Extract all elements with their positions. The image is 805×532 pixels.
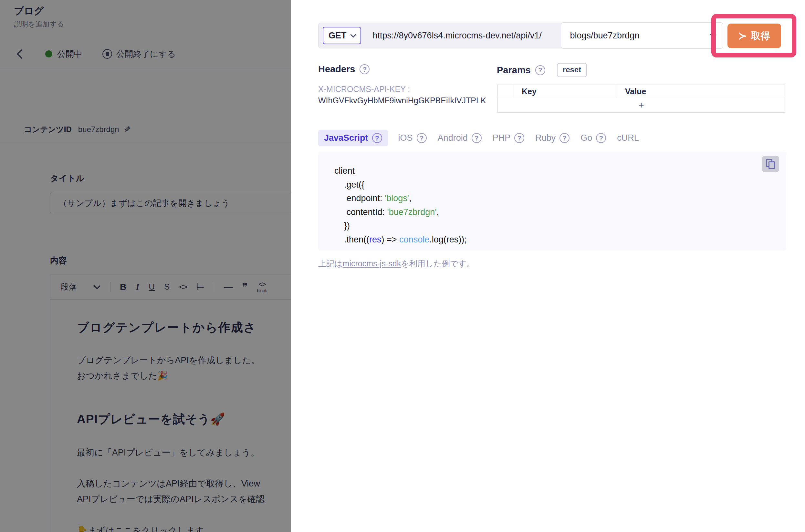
tab-go[interactable]: Go ? bbox=[580, 130, 607, 146]
sdk-link[interactable]: microcms-js-sdk bbox=[343, 259, 401, 268]
code-sample: client .get({ endpoint: 'blogs', content… bbox=[334, 164, 467, 246]
tab-ios[interactable]: iOS ? bbox=[398, 130, 427, 146]
content-editor-panel: ブログ 説明を追加する 公開中 公開終了にする コンテンツID bue7zbrd… bbox=[0, 0, 291, 532]
reset-params-button[interactable]: reset bbox=[557, 63, 587, 77]
help-icon[interactable]: ? bbox=[372, 133, 382, 143]
chevron-down-icon bbox=[350, 32, 356, 37]
tab-curl[interactable]: cURL bbox=[616, 130, 640, 146]
tab-android[interactable]: Android ? bbox=[437, 130, 482, 146]
send-icon: ≻ bbox=[738, 30, 747, 42]
sdk-note: 上記はmicrocms-js-sdkを利用した例です。 bbox=[318, 258, 475, 269]
params-value-column-header: Value bbox=[617, 85, 785, 98]
http-method-value: GET bbox=[329, 31, 347, 41]
modal-dim-overlay bbox=[0, 0, 291, 532]
help-icon[interactable]: ? bbox=[596, 133, 606, 143]
endpoint-path-value: blogs/bue7zbrdgn bbox=[570, 31, 640, 41]
help-icon[interactable]: ? bbox=[560, 133, 569, 143]
endpoint-select[interactable]: blogs/bue7zbrdgn bbox=[561, 22, 723, 49]
base-url-text: https://8y0v676ls4.microcms-dev.net/api/… bbox=[361, 31, 561, 41]
params-checkbox-column bbox=[498, 85, 514, 98]
tab-php[interactable]: PHP ? bbox=[492, 130, 525, 146]
help-icon[interactable]: ? bbox=[360, 64, 369, 74]
copy-code-button[interactable] bbox=[762, 156, 779, 172]
params-section-title: Params ? reset bbox=[497, 63, 587, 77]
help-icon[interactable]: ? bbox=[417, 133, 427, 143]
headers-section-title: Headers ? bbox=[318, 64, 369, 75]
api-key-header-value: WIhGVFkvGyHbMF9iwniHgGKPBEiIkIVJTPLK bbox=[318, 96, 486, 105]
help-icon[interactable]: ? bbox=[472, 133, 482, 143]
fetch-button[interactable]: ≻ 取得 bbox=[728, 23, 781, 48]
language-tabs: JavaScript ? iOS ? Android ? PHP ? Ruby … bbox=[318, 130, 640, 146]
fetch-button-label: 取得 bbox=[751, 30, 770, 43]
params-table-header: Key Value bbox=[498, 85, 785, 98]
code-sample-block: client .get({ endpoint: 'blogs', content… bbox=[318, 152, 786, 250]
params-key-column-header: Key bbox=[514, 85, 617, 98]
help-icon[interactable]: ? bbox=[514, 133, 524, 143]
tab-javascript[interactable]: JavaScript ? bbox=[318, 130, 388, 146]
api-preview-panel: GET https://8y0v676ls4.microcms-dev.net/… bbox=[291, 0, 805, 532]
params-table: Key Value + bbox=[497, 84, 785, 113]
add-param-button[interactable]: + bbox=[498, 98, 785, 112]
help-icon[interactable]: ? bbox=[535, 65, 545, 75]
http-method-select[interactable]: GET bbox=[323, 27, 361, 44]
api-key-header-name: X-MICROCMS-API-KEY : bbox=[318, 84, 410, 94]
plus-icon: + bbox=[638, 100, 644, 111]
request-url-bar: GET https://8y0v676ls4.microcms-dev.net/… bbox=[318, 23, 723, 49]
tab-ruby[interactable]: Ruby ? bbox=[535, 130, 570, 146]
copy-icon bbox=[766, 159, 775, 169]
